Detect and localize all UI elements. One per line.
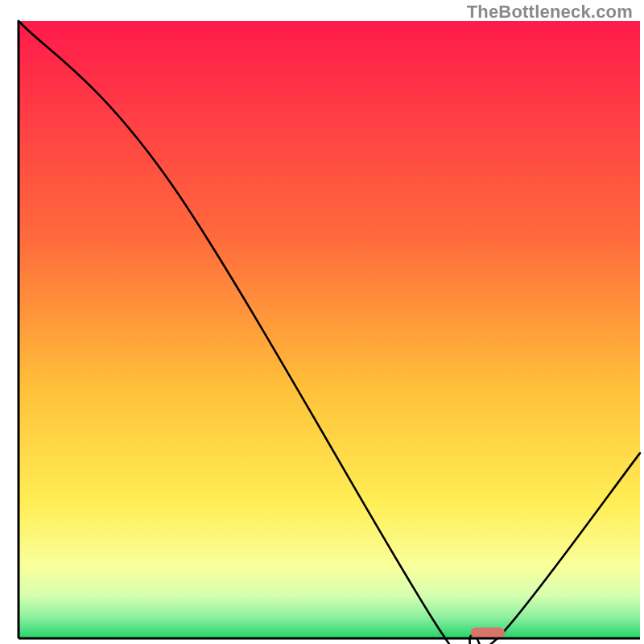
watermark-text: TheBottleneck.com bbox=[467, 2, 633, 23]
bottleneck-chart bbox=[0, 0, 644, 644]
chart-container: { "watermark": "TheBottleneck.com", "cha… bbox=[0, 0, 644, 644]
plot-background bbox=[19, 21, 640, 638]
optimal-marker bbox=[471, 628, 505, 638]
